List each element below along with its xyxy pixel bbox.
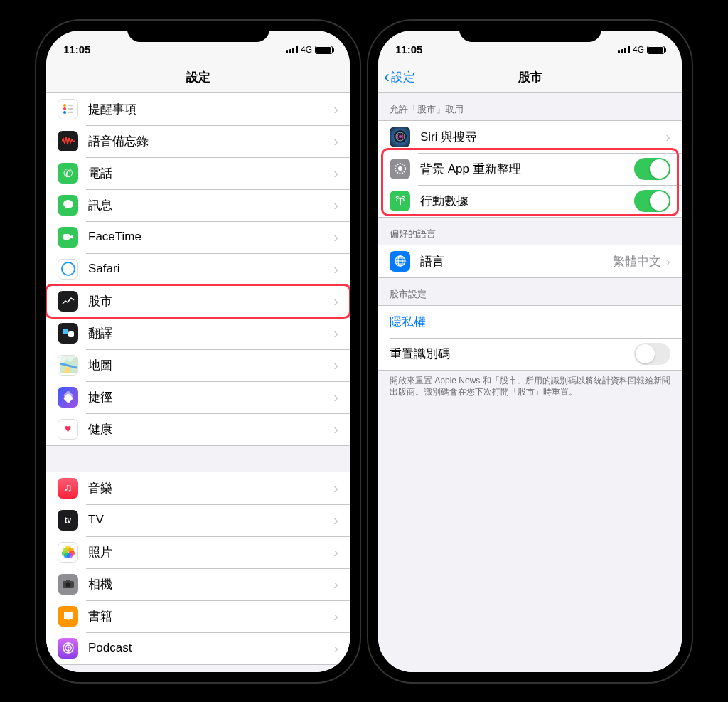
shortcuts-icon (58, 387, 78, 408)
chevron-right-icon: › (333, 229, 338, 245)
cell-label: 書籍 (88, 608, 333, 624)
list-item-safari[interactable]: Safari › (46, 253, 350, 285)
chevron-right-icon: › (333, 640, 338, 656)
chevron-right-icon: › (665, 129, 670, 145)
nav-bar: ‹ 設定 股市 (378, 62, 682, 93)
svg-point-28 (67, 647, 69, 649)
messages-icon (58, 195, 78, 216)
status-network: 4G (633, 45, 644, 55)
list-item-facetime[interactable]: FaceTime › (46, 221, 350, 253)
maps-icon (58, 355, 78, 376)
photos-icon (58, 542, 78, 563)
notch (127, 21, 269, 42)
cell-label: 隱私權 (390, 314, 670, 330)
list-item-music[interactable]: ♫ 音樂 › (46, 472, 350, 504)
chevron-right-icon: › (333, 576, 338, 592)
toggle-reset-identifier[interactable] (634, 343, 670, 365)
list-item-privacy[interactable]: 隱私權 (378, 306, 682, 338)
list-item-cellular-data[interactable]: 行動數據 (378, 185, 682, 217)
cellular-icon (390, 191, 410, 211)
chevron-right-icon: › (333, 165, 338, 181)
globe-icon (390, 251, 410, 272)
list-item-podcast[interactable]: Podcast › (46, 632, 350, 664)
cell-label: 相機 (88, 576, 333, 592)
gear-icon (390, 159, 410, 179)
chevron-right-icon: › (333, 261, 338, 277)
phone-left: 11:05 4G 設定 提醒事項 › (36, 21, 360, 682)
cell-label: 提醒事項 (88, 101, 333, 117)
phone-right: 11:05 4G ‹ 設定 股市 允許「股市」取用 Siri 與搜尋 (368, 21, 692, 682)
chevron-right-icon: › (333, 480, 338, 496)
chevron-right-icon: › (333, 293, 338, 309)
chevron-right-icon: › (333, 421, 338, 437)
cell-detail: 繁體中文 (613, 253, 661, 270)
cell-label: 背景 App 重新整理 (420, 161, 634, 177)
list-item-messages[interactable]: 訊息 › (46, 189, 350, 221)
svg-rect-35 (400, 199, 401, 205)
list-item-health[interactable]: ♥ 健康 › (46, 413, 350, 445)
facetime-icon (58, 227, 78, 248)
cell-label: 語音備忘錄 (88, 133, 333, 149)
cell-label: 行動數據 (420, 193, 634, 209)
nav-bar: 設定 (46, 62, 350, 93)
chevron-right-icon: › (333, 357, 338, 373)
group-header-allow: 允許「股市」取用 (378, 93, 682, 120)
tv-icon: tv (58, 510, 78, 531)
status-time: 11:05 (63, 43, 90, 55)
list-item-tv[interactable]: tv TV › (46, 504, 350, 536)
cell-label: 訊息 (88, 197, 333, 213)
stocks-icon (58, 291, 78, 312)
svg-rect-11 (63, 329, 68, 334)
list-item-translate[interactable]: 翻譯 › (46, 317, 350, 349)
list-item-shortcuts[interactable]: 捷徑 › (46, 381, 350, 413)
svg-point-0 (63, 104, 66, 107)
back-label: 設定 (391, 69, 415, 85)
list-item-reset-identifier[interactable]: 重置識別碼 (378, 338, 682, 370)
svg-rect-4 (68, 108, 73, 110)
page-title: 設定 (186, 69, 210, 85)
stocks-settings[interactable]: 允許「股市」取用 Siri 與搜尋 › 背景 App 重新整理 (378, 93, 682, 672)
svg-rect-25 (66, 580, 70, 582)
cell-label: 股市 (88, 293, 333, 309)
back-button[interactable]: ‹ 設定 (384, 68, 415, 85)
camera-icon (58, 574, 78, 595)
list-item-siri-search[interactable]: Siri 與搜尋 › (378, 121, 682, 153)
group-header-stocks-settings: 股市設定 (378, 278, 682, 305)
safari-icon (58, 259, 78, 280)
cell-label: 翻譯 (88, 325, 333, 341)
list-item-language[interactable]: 語言 繁體中文 › (378, 245, 682, 277)
settings-list[interactable]: 提醒事項 › 語音備忘錄 › ✆ 電話 › (46, 93, 350, 672)
svg-point-34 (398, 166, 402, 171)
page-title: 股市 (518, 69, 542, 85)
svg-rect-12 (68, 331, 74, 337)
list-item-maps[interactable]: 地圖 › (46, 349, 350, 381)
signal-icon (286, 46, 298, 53)
list-item-phone[interactable]: ✆ 電話 › (46, 157, 350, 189)
translate-icon (58, 323, 78, 344)
toggle-cellular-data[interactable] (634, 190, 670, 212)
svg-point-1 (63, 107, 66, 110)
list-item-background-refresh[interactable]: 背景 App 重新整理 (378, 153, 682, 185)
list-item-ibooks[interactable]: 書籍 › (46, 600, 350, 632)
cell-label: 音樂 (88, 480, 333, 496)
toggle-background-refresh[interactable] (634, 158, 670, 180)
list-item-reminders[interactable]: 提醒事項 › (46, 93, 350, 125)
svg-rect-3 (68, 105, 73, 106)
list-item-camera[interactable]: 相機 › (46, 568, 350, 600)
podcast-icon (58, 638, 78, 659)
siri-icon (390, 127, 410, 147)
music-icon: ♫ (58, 478, 78, 499)
cell-label: Podcast (88, 641, 333, 655)
cell-label: TV (88, 513, 333, 527)
status-time: 11:05 (395, 43, 422, 55)
cell-label: 電話 (88, 165, 333, 181)
list-item-voice-memos[interactable]: 語音備忘錄 › (46, 125, 350, 157)
chevron-right-icon: › (333, 197, 338, 213)
chevron-left-icon: ‹ (384, 68, 390, 85)
health-icon: ♥ (58, 419, 78, 440)
list-item-stocks[interactable]: 股市 › (46, 285, 350, 317)
battery-icon (647, 46, 665, 54)
chevron-right-icon: › (333, 101, 338, 117)
footer-description: 開啟來重置 Apple News 和「股市」所用的識別碼以將統計資料回報給新聞出… (378, 371, 682, 403)
list-item-photos[interactable]: 照片 › (46, 536, 350, 568)
